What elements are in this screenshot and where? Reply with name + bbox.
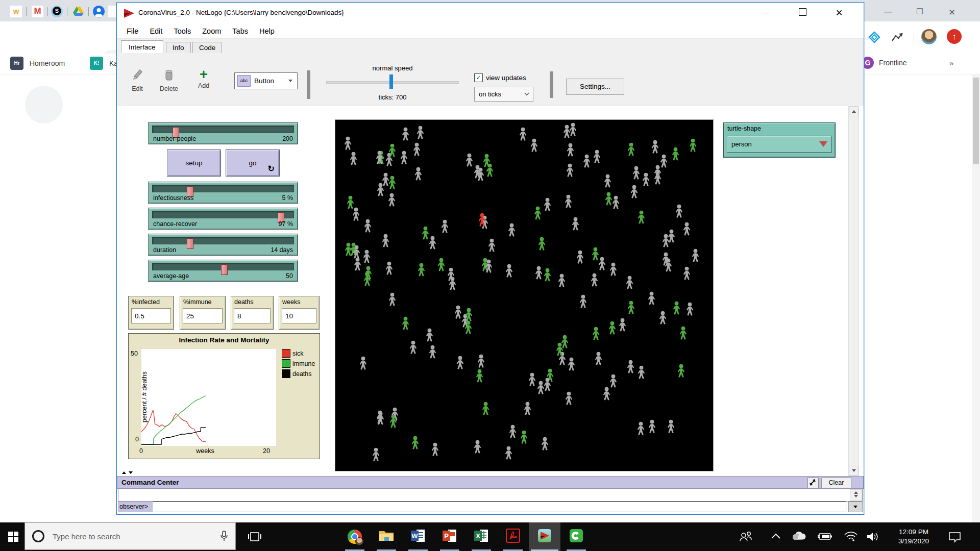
menu-tabs[interactable]: Tabs: [227, 27, 254, 35]
browser-restore-icon[interactable]: ❐: [916, 7, 923, 16]
taskbar-app-chrome[interactable]: [339, 522, 371, 551]
browser-minimize-icon[interactable]: ―: [884, 7, 892, 16]
expand-icon[interactable]: [807, 478, 819, 488]
bookmark-icon: K!: [90, 57, 103, 70]
drive-icon[interactable]: [72, 6, 84, 17]
search-box[interactable]: Type here to search: [24, 522, 236, 550]
bookmarks-overflow-chevron[interactable]: »: [949, 59, 953, 67]
bookmark-frontline[interactable]: GFrontline: [862, 57, 906, 69]
slider-number-people[interactable]: number-people200: [148, 122, 298, 144]
netlogo-logo-icon: [124, 8, 135, 19]
go-button[interactable]: go ↻: [226, 149, 280, 177]
taskbar-app-camtasia[interactable]: [560, 522, 592, 551]
people-icon[interactable]: [739, 531, 752, 545]
person-immune: [636, 210, 646, 227]
browser-close-icon[interactable]: ✕: [948, 7, 955, 18]
page-scrollbar[interactable]: [972, 74, 980, 522]
taskbar-app-acrobat[interactable]: [497, 522, 529, 551]
extension-diamond-icon[interactable]: [867, 30, 882, 45]
edit-tool-button[interactable]: Edit: [124, 68, 151, 92]
bookmark-ka[interactable]: K!Ka: [90, 57, 118, 70]
delete-tool-button[interactable]: Delete: [156, 68, 182, 92]
scroll-up-icon[interactable]: [849, 107, 859, 116]
person-immune: [387, 143, 397, 160]
widget-type-dropdown[interactable]: abc Button: [234, 72, 298, 89]
wifi-icon[interactable]: [844, 531, 858, 544]
scroll-down-icon[interactable]: [849, 466, 859, 475]
person-healthy: [358, 356, 368, 372]
person-healthy: [487, 238, 497, 255]
settings-button[interactable]: Settings...: [566, 79, 624, 95]
interface-scrollbar[interactable]: [848, 106, 859, 476]
browser-avatar[interactable]: [921, 29, 937, 44]
start-button[interactable]: [0, 522, 24, 551]
speed-slider-handle[interactable]: [389, 74, 393, 89]
netlogo-tabrow: InterfaceInfoCode: [117, 39, 864, 54]
slider-name: chance-recover: [153, 220, 197, 228]
tray-chevron-up-icon[interactable]: [771, 533, 781, 542]
tab-info[interactable]: Info: [166, 42, 191, 53]
taskbar-app-excel[interactable]: X: [465, 522, 497, 551]
tab-interface[interactable]: Interface: [121, 40, 163, 54]
tab-code[interactable]: Code: [192, 42, 222, 53]
minimize-icon[interactable]: ―: [754, 8, 777, 16]
person-healthy: [590, 273, 599, 289]
view-updates-checkbox[interactable]: ✓ view updates: [474, 73, 526, 82]
taskbar-app-word[interactable]: W: [402, 522, 434, 551]
gmail-icon[interactable]: M: [32, 6, 43, 17]
volume-icon[interactable]: [866, 531, 880, 545]
taskbar-app-netlogo[interactable]: [529, 522, 560, 551]
menu-zoom[interactable]: Zoom: [197, 27, 227, 35]
menu-tools[interactable]: Tools: [168, 27, 197, 35]
netlogo-titlebar[interactable]: CoronaVirus_2.0 - NetLogo {C:\Users\larr…: [117, 3, 864, 23]
person-healthy: [661, 252, 671, 268]
world-view[interactable]: [335, 119, 714, 471]
command-input[interactable]: [153, 502, 846, 512]
slider-value: 5 %: [282, 194, 293, 202]
person-immune: [560, 335, 570, 351]
battery-icon[interactable]: [817, 532, 832, 543]
close-icon[interactable]: ✕: [827, 8, 851, 18]
menu-help[interactable]: Help: [254, 27, 280, 35]
slider-infectiousness[interactable]: infectiousness5 %: [148, 182, 298, 204]
widget-abc-icon: abc: [237, 75, 251, 87]
person-healthy: [376, 411, 385, 428]
person-healthy: [592, 149, 602, 166]
plus-icon: +: [190, 68, 217, 81]
bookmark-homeroom[interactable]: HrHomeroom: [10, 57, 65, 70]
page-scrollbar-thumb[interactable]: [973, 78, 979, 164]
person-immune: [533, 206, 543, 222]
notification-center-icon[interactable]: [948, 531, 962, 545]
slider-duration[interactable]: duration14 days: [148, 234, 298, 256]
slider-average-age[interactable]: average-age50: [148, 260, 298, 282]
turtle-shape-dropdown[interactable]: person: [727, 136, 832, 153]
person-immune: [463, 320, 473, 337]
person-immune: [410, 436, 420, 452]
maximize-icon[interactable]: [791, 8, 814, 18]
output-scrollbar[interactable]: [850, 489, 862, 501]
taskbar-app-file-explorer[interactable]: [371, 522, 402, 551]
account-icon[interactable]: [93, 6, 105, 17]
command-center-splitter[interactable]: [122, 471, 133, 474]
history-dropdown-button[interactable]: [848, 502, 863, 512]
setup-button[interactable]: setup: [167, 149, 221, 177]
taskbar-app-powerpoint[interactable]: P: [434, 522, 465, 551]
onedrive-icon[interactable]: [791, 531, 806, 544]
x-axis-label: weeks: [175, 447, 236, 455]
add-tool-button[interactable]: + Add: [190, 68, 217, 89]
weebly-icon[interactable]: w: [10, 6, 22, 17]
task-view-icon[interactable]: [248, 531, 261, 545]
legend-item-sick: sick: [282, 349, 304, 358]
menu-edit[interactable]: Edit: [144, 27, 168, 35]
clear-button[interactable]: Clear: [821, 478, 851, 488]
skype-icon[interactable]: S: [51, 6, 63, 17]
extension-trend-icon[interactable]: [891, 31, 905, 44]
slider-chance-recover[interactable]: chance-recover97 %: [148, 208, 298, 230]
menu-file[interactable]: File: [121, 27, 144, 35]
person-healthy: [682, 266, 692, 283]
legend-item-immune: immune: [282, 359, 315, 368]
taskbar-clock[interactable]: 12:09 PM 3/19/2020: [889, 528, 938, 546]
slider-labels: average-age50: [153, 272, 293, 280]
extension-upload-icon[interactable]: ↑: [947, 29, 962, 44]
update-mode-dropdown[interactable]: on ticks: [474, 87, 533, 102]
